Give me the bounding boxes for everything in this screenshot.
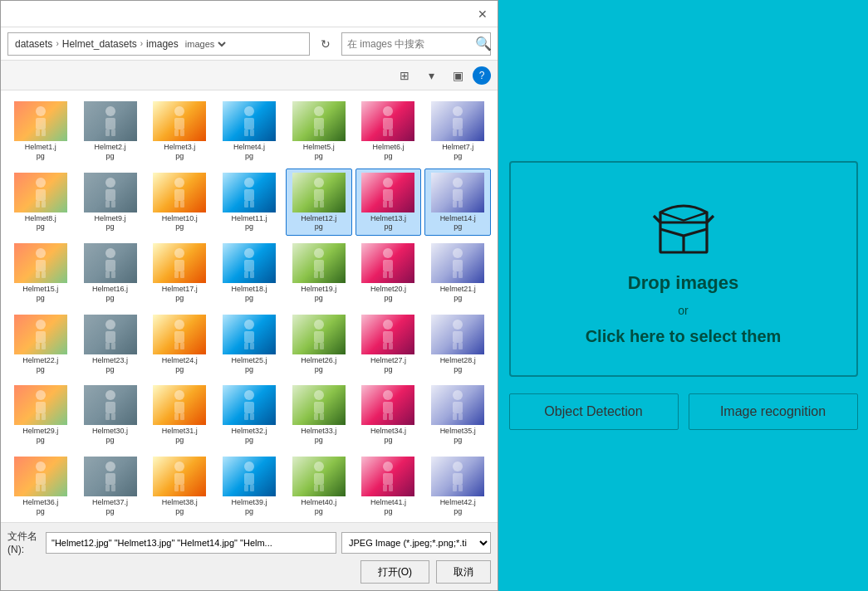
svg-point-144	[105, 462, 115, 471]
svg-rect-38	[174, 201, 179, 208]
svg-point-88	[105, 320, 115, 330]
svg-rect-139	[459, 413, 463, 420]
image-item[interactable]: Helmet28.j pg	[424, 310, 491, 379]
image-item[interactable]: Helmet27.j pg	[356, 310, 422, 379]
svg-rect-125	[244, 402, 254, 413]
image-item[interactable]: Helmet22.j pg	[7, 310, 74, 379]
svg-rect-2	[36, 129, 40, 136]
image-item[interactable]: Helmet8.j pg	[7, 169, 74, 237]
image-item[interactable]: Helmet36.j pg	[7, 452, 74, 520]
image-item[interactable]: Helmet3.j pg	[146, 97, 213, 165]
image-item[interactable]: Helmet11.j pg	[216, 169, 282, 237]
svg-rect-74	[314, 271, 318, 278]
svg-rect-122	[174, 413, 179, 420]
grid-view-button[interactable]: ⊞	[393, 66, 416, 85]
image-item[interactable]: Helmet18.j pg	[216, 239, 282, 307]
svg-rect-113	[36, 402, 46, 413]
image-item[interactable]: Helmet5.j pg	[286, 97, 352, 165]
image-item[interactable]: Helmet30.j pg	[77, 381, 144, 449]
image-item[interactable]: Helmet13.j pg	[356, 169, 422, 237]
drop-zone[interactable]: Drop images or Click here to select them	[509, 161, 858, 377]
svg-rect-119	[111, 413, 115, 420]
svg-rect-165	[453, 473, 463, 485]
svg-rect-43	[250, 201, 254, 208]
image-item[interactable]: Helmet34.j pg	[356, 381, 422, 449]
pane-view-button[interactable]: ▣	[446, 66, 469, 85]
image-item[interactable]: Helmet19.j pg	[286, 239, 352, 307]
image-item[interactable]: Helmet6.j pg	[356, 97, 422, 165]
svg-rect-163	[389, 485, 393, 491]
breadcrumb[interactable]: datasets › Helmet_datasets › images imag…	[7, 32, 310, 56]
svg-rect-57	[36, 260, 46, 271]
filename-input[interactable]	[46, 532, 336, 554]
image-item[interactable]: Helmet9.j pg	[77, 169, 144, 237]
view-dropdown-button[interactable]: ▾	[419, 66, 443, 85]
image-item[interactable]: Helmet21.j pg	[424, 239, 491, 307]
image-item[interactable]: Helmet41.j pg	[356, 452, 422, 520]
svg-point-92	[174, 320, 184, 330]
svg-point-12	[244, 106, 254, 116]
breadcrumb-dropdown[interactable]: images	[182, 38, 228, 50]
object-detection-button[interactable]: Object Detection	[509, 393, 679, 430]
image-item[interactable]: Helmet16.j pg	[77, 239, 144, 307]
svg-point-120	[174, 390, 184, 400]
svg-point-96	[244, 320, 254, 330]
svg-rect-82	[453, 271, 457, 278]
svg-rect-54	[453, 201, 457, 208]
cancel-button[interactable]: 取消	[436, 560, 491, 584]
svg-rect-166	[453, 485, 457, 491]
svg-point-0	[36, 106, 46, 116]
image-item[interactable]: Helmet10.j pg	[146, 169, 213, 237]
image-recognition-button[interactable]: Image recognition	[689, 393, 858, 430]
filename-row: 文件名(N): JPEG Image (*.jpeg;*.png;*.ti	[7, 530, 491, 555]
svg-rect-135	[389, 413, 393, 420]
svg-point-4	[105, 106, 115, 116]
image-item[interactable]: Helmet12.j pg	[286, 169, 352, 237]
image-item[interactable]: Helmet42.j pg	[424, 452, 491, 520]
image-item[interactable]: Helmet40.j pg	[286, 452, 352, 520]
image-item[interactable]: Helmet17.j pg	[146, 239, 213, 307]
svg-rect-137	[453, 402, 463, 413]
svg-rect-46	[314, 201, 318, 208]
svg-point-32	[105, 178, 115, 188]
image-item[interactable]: Helmet20.j pg	[356, 239, 422, 307]
svg-point-56	[36, 248, 46, 258]
image-item[interactable]: Helmet1.j pg	[7, 97, 74, 165]
image-item[interactable]: Helmet32.j pg	[216, 381, 282, 449]
file-grid-container[interactable]: Helmet1.j pg Helmet2.j pg Helmet3.j pg H…	[1, 90, 498, 522]
image-item[interactable]: Helmet39.j pg	[216, 452, 282, 520]
image-item[interactable]: Helmet7.j pg	[424, 97, 491, 165]
image-item[interactable]: Helmet38.j pg	[146, 452, 213, 520]
svg-rect-143	[42, 485, 46, 491]
image-item[interactable]: Helmet37.j pg	[77, 452, 144, 520]
image-item[interactable]: Helmet2.j pg	[77, 97, 144, 165]
svg-rect-126	[244, 413, 248, 420]
image-item[interactable]: Helmet23.j pg	[77, 310, 144, 379]
svg-rect-18	[314, 129, 318, 136]
open-button[interactable]: 打开(O)	[360, 560, 429, 584]
svg-rect-73	[314, 260, 324, 271]
refresh-button[interactable]: ↻	[315, 33, 336, 55]
svg-rect-65	[174, 260, 184, 271]
image-item[interactable]: Helmet15.j pg	[7, 239, 74, 307]
image-item[interactable]: Helmet14.j pg	[424, 169, 491, 237]
help-button[interactable]: ?	[473, 66, 491, 85]
close-button[interactable]: ✕	[474, 6, 491, 22]
image-item[interactable]: Helmet29.j pg	[7, 381, 74, 449]
image-item[interactable]: Helmet4.j pg	[216, 97, 282, 165]
image-item[interactable]: Helmet35.j pg	[424, 381, 491, 449]
image-item[interactable]: Helmet24.j pg	[146, 310, 213, 379]
bottom-buttons: Object Detection Image recognition	[509, 393, 858, 430]
svg-rect-50	[383, 201, 387, 208]
image-item[interactable]: Helmet25.j pg	[216, 310, 282, 379]
breadcrumb-separator-1: ›	[56, 39, 58, 48]
svg-rect-34	[105, 201, 110, 208]
image-item[interactable]: Helmet33.j pg	[286, 381, 352, 449]
svg-rect-1	[36, 118, 46, 129]
svg-rect-130	[314, 413, 318, 420]
image-item[interactable]: Helmet31.j pg	[146, 381, 213, 449]
svg-rect-21	[383, 118, 393, 129]
filetype-select[interactable]: JPEG Image (*.jpeg;*.png;*.ti	[341, 532, 491, 554]
image-item[interactable]: Helmet26.j pg	[286, 310, 352, 379]
search-input[interactable]	[347, 38, 472, 50]
